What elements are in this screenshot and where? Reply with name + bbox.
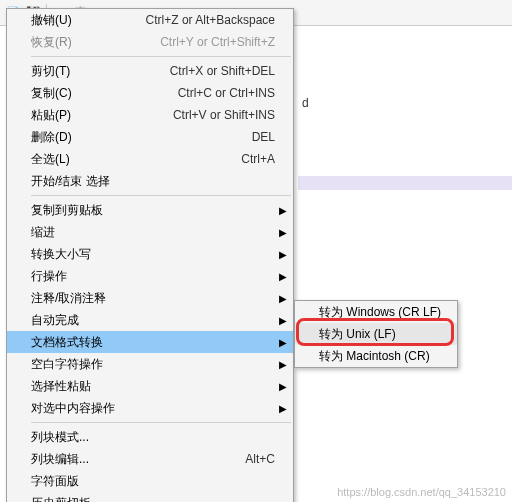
menu-item-label: 撤销(U) bbox=[31, 12, 146, 29]
submenu-arrow-icon: ▶ bbox=[279, 381, 287, 392]
submenu-arrow-icon: ▶ bbox=[279, 271, 287, 282]
menu-item-label: 删除(D) bbox=[31, 129, 252, 146]
menu-item-cut[interactable]: 剪切(T)Ctrl+X or Shift+DEL bbox=[7, 60, 293, 82]
menu-item-label: 自动完成 bbox=[31, 312, 275, 329]
eol-convert-submenu: 转为 Windows (CR LF)转为 Unix (LF)转为 Macinto… bbox=[294, 300, 458, 368]
menu-item-label: 字符面版 bbox=[31, 473, 275, 490]
menu-item-column-mode[interactable]: 列块模式... bbox=[7, 426, 293, 448]
menu-item-shortcut: Ctrl+C or Ctrl+INS bbox=[178, 86, 275, 100]
menu-item-label: 列块模式... bbox=[31, 429, 275, 446]
menu-item-label: 选择性粘贴 bbox=[31, 378, 275, 395]
submenu-item-to-windows[interactable]: 转为 Windows (CR LF) bbox=[295, 301, 457, 323]
menu-item-label: 历史剪切板 bbox=[31, 495, 275, 503]
menu-item-shortcut: Ctrl+Y or Ctrl+Shift+Z bbox=[160, 35, 275, 49]
submenu-arrow-icon: ▶ bbox=[279, 205, 287, 216]
editor-highlight-line bbox=[298, 176, 512, 190]
menu-item-paste-special[interactable]: 选择性粘贴▶ bbox=[7, 375, 293, 397]
menu-item-delete[interactable]: 删除(D)DEL bbox=[7, 126, 293, 148]
menu-item-label: 复制到剪贴板 bbox=[31, 202, 275, 219]
menu-item-shortcut: DEL bbox=[252, 130, 275, 144]
menu-item-label: 空白字符操作 bbox=[31, 356, 275, 373]
menu-item-on-selection[interactable]: 对选中内容操作▶ bbox=[7, 397, 293, 419]
menu-item-paste[interactable]: 粘贴(P)Ctrl+V or Shift+INS bbox=[7, 104, 293, 126]
menu-item-copy-clipboard[interactable]: 复制到剪贴板▶ bbox=[7, 199, 293, 221]
menu-item-shortcut: Ctrl+A bbox=[241, 152, 275, 166]
menu-separator bbox=[31, 422, 291, 423]
menu-item-label: 转换大小写 bbox=[31, 246, 275, 263]
menu-item-shortcut: Ctrl+V or Shift+INS bbox=[173, 108, 275, 122]
menu-item-line-ops[interactable]: 行操作▶ bbox=[7, 265, 293, 287]
menu-item-clipboard-history[interactable]: 历史剪切板 bbox=[7, 492, 293, 502]
menu-item-eol-convert[interactable]: 文档格式转换▶ bbox=[7, 331, 293, 353]
menu-item-label: 全选(L) bbox=[31, 151, 241, 168]
menu-item-label: 剪切(T) bbox=[31, 63, 170, 80]
menu-item-undo[interactable]: 撤销(U)Ctrl+Z or Alt+Backspace bbox=[7, 9, 293, 31]
menu-item-column-editor[interactable]: 列块编辑...Alt+C bbox=[7, 448, 293, 470]
submenu-arrow-icon: ▶ bbox=[279, 359, 287, 370]
menu-item-shortcut: Ctrl+X or Shift+DEL bbox=[170, 64, 275, 78]
menu-item-label: 复制(C) bbox=[31, 85, 178, 102]
menu-item-label: 开始/结束 选择 bbox=[31, 173, 275, 190]
editor-text: d bbox=[302, 96, 309, 110]
menu-item-shortcut: Ctrl+Z or Alt+Backspace bbox=[146, 13, 275, 27]
submenu-item-label: 转为 Unix (LF) bbox=[319, 326, 396, 343]
submenu-item-to-unix[interactable]: 转为 Unix (LF) bbox=[295, 323, 457, 345]
menu-item-comment[interactable]: 注释/取消注释▶ bbox=[7, 287, 293, 309]
menu-item-indent[interactable]: 缩进▶ bbox=[7, 221, 293, 243]
menu-item-case[interactable]: 转换大小写▶ bbox=[7, 243, 293, 265]
menu-item-shortcut: Alt+C bbox=[245, 452, 275, 466]
edit-menu: 撤销(U)Ctrl+Z or Alt+Backspace恢复(R)Ctrl+Y … bbox=[6, 8, 294, 502]
menu-item-label: 注释/取消注释 bbox=[31, 290, 275, 307]
menu-item-redo: 恢复(R)Ctrl+Y or Ctrl+Shift+Z bbox=[7, 31, 293, 53]
submenu-item-label: 转为 Macintosh (CR) bbox=[319, 348, 430, 365]
menu-item-autocomplete[interactable]: 自动完成▶ bbox=[7, 309, 293, 331]
submenu-arrow-icon: ▶ bbox=[279, 403, 287, 414]
menu-item-begin-end-select[interactable]: 开始/结束 选择 bbox=[7, 170, 293, 192]
menu-item-label: 文档格式转换 bbox=[31, 334, 275, 351]
submenu-arrow-icon: ▶ bbox=[279, 249, 287, 260]
submenu-arrow-icon: ▶ bbox=[279, 315, 287, 326]
menu-item-blank-ops[interactable]: 空白字符操作▶ bbox=[7, 353, 293, 375]
menu-item-label: 对选中内容操作 bbox=[31, 400, 275, 417]
menu-item-label: 缩进 bbox=[31, 224, 275, 241]
menu-item-char-panel[interactable]: 字符面版 bbox=[7, 470, 293, 492]
submenu-arrow-icon: ▶ bbox=[279, 227, 287, 238]
submenu-item-label: 转为 Windows (CR LF) bbox=[319, 304, 441, 321]
menu-separator bbox=[31, 195, 291, 196]
menu-item-select-all[interactable]: 全选(L)Ctrl+A bbox=[7, 148, 293, 170]
watermark: https://blog.csdn.net/qq_34153210 bbox=[337, 486, 506, 498]
menu-item-label: 恢复(R) bbox=[31, 34, 160, 51]
submenu-arrow-icon: ▶ bbox=[279, 293, 287, 304]
menu-item-label: 行操作 bbox=[31, 268, 275, 285]
submenu-item-to-mac[interactable]: 转为 Macintosh (CR) bbox=[295, 345, 457, 367]
submenu-arrow-icon: ▶ bbox=[279, 337, 287, 348]
menu-separator bbox=[31, 56, 291, 57]
menu-item-label: 粘贴(P) bbox=[31, 107, 173, 124]
menu-item-copy[interactable]: 复制(C)Ctrl+C or Ctrl+INS bbox=[7, 82, 293, 104]
menu-item-label: 列块编辑... bbox=[31, 451, 245, 468]
